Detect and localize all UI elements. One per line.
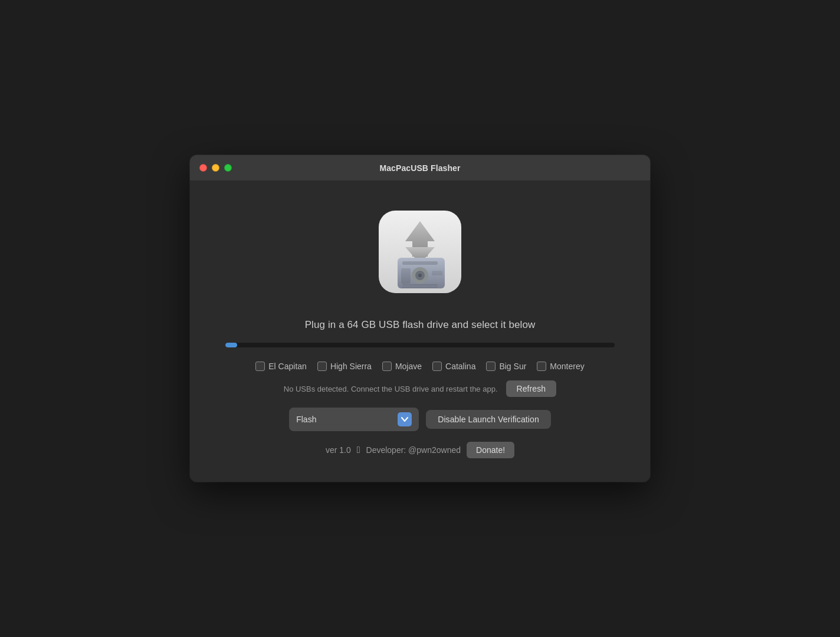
os-option-mojave[interactable]: Mojave [382, 362, 422, 371]
os-label-monterey: Monterey [550, 362, 584, 371]
os-label-high-sierra: High Sierra [330, 362, 372, 371]
os-checkbox-big-sur[interactable] [486, 362, 496, 371]
os-label-catalina: Catalina [445, 362, 475, 371]
progress-bar-container [225, 343, 615, 347]
instruction-text: Plug in a 64 GB USB flash drive and sele… [305, 319, 536, 331]
os-option-el-capitan[interactable]: El Capitan [255, 362, 307, 371]
svg-rect-8 [401, 268, 411, 284]
progress-bar-fill [225, 343, 237, 347]
footer-row: ver 1.0  Developer: @pwn2owned Donate! [326, 442, 514, 458]
developer-text: Developer: @pwn2owned [366, 445, 461, 455]
minimize-button[interactable] [212, 164, 219, 172]
dropdown-arrow-icon [398, 412, 412, 426]
close-button[interactable] [199, 164, 207, 172]
app-icon [373, 205, 467, 299]
app-icon-container [373, 205, 467, 301]
os-option-monterey[interactable]: Monterey [537, 362, 584, 371]
status-row: No USBs detected. Connect the USB drive … [225, 380, 615, 397]
os-option-big-sur[interactable]: Big Sur [486, 362, 526, 371]
os-checkbox-catalina[interactable] [432, 362, 442, 371]
flash-dropdown[interactable]: Flash [289, 408, 419, 431]
traffic-lights [199, 164, 232, 172]
titlebar: MacPacUSB Flasher [190, 155, 650, 181]
donate-button[interactable]: Donate! [467, 442, 514, 458]
status-text: No USBs detected. Connect the USB drive … [284, 385, 498, 393]
os-label-big-sur: Big Sur [499, 362, 526, 371]
apple-icon:  [357, 445, 360, 455]
refresh-button[interactable]: Refresh [506, 380, 557, 397]
os-checkbox-monterey[interactable] [537, 362, 546, 371]
flash-dropdown-label: Flash [296, 415, 393, 424]
os-options-row: El Capitan High Sierra Mojave Catalina B… [255, 362, 584, 371]
disable-verification-button[interactable]: Disable Launch Verification [426, 410, 551, 429]
svg-rect-9 [432, 271, 442, 275]
os-checkbox-mojave[interactable] [382, 362, 392, 371]
window-title: MacPacUSB Flasher [379, 163, 460, 173]
os-label-el-capitan: El Capitan [268, 362, 307, 371]
svg-rect-4 [402, 261, 438, 265]
action-row: Flash Disable Launch Verification [289, 408, 551, 431]
maximize-button[interactable] [224, 164, 232, 172]
svg-rect-11 [402, 287, 438, 288]
os-label-mojave: Mojave [395, 362, 422, 371]
os-checkbox-high-sierra[interactable] [317, 362, 327, 371]
os-option-catalina[interactable]: Catalina [432, 362, 475, 371]
os-option-high-sierra[interactable]: High Sierra [317, 362, 372, 371]
main-window: MacPacUSB Flasher [190, 155, 650, 482]
content-area: Plug in a 64 GB USB flash drive and sele… [190, 181, 650, 482]
svg-point-7 [418, 274, 422, 277]
os-checkbox-el-capitan[interactable] [255, 362, 265, 371]
version-text: ver 1.0 [326, 445, 351, 455]
svg-rect-10 [402, 284, 438, 285]
